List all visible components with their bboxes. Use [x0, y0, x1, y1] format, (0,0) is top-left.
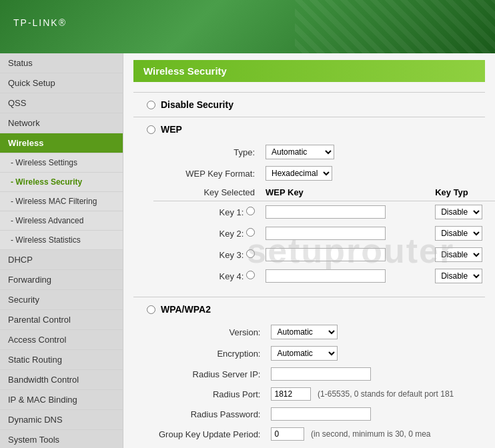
key2-radio[interactable] [246, 228, 255, 237]
sidebar-item-forwarding[interactable]: Forwarding [0, 270, 123, 290]
sidebar-item-wireless-statistics[interactable]: - Wireless Statistics [0, 231, 123, 250]
wep-key-format-row: WEP Key Format: Hexadecimal ASCII [153, 163, 495, 184]
wpa-radio[interactable] [147, 305, 155, 314]
sidebar-item-ip-mac-binding[interactable]: IP & MAC Binding [0, 390, 123, 410]
encryption-select[interactable]: Automatic TKIP AES [271, 346, 338, 361]
sidebar-item-network[interactable]: Network [0, 113, 123, 133]
disable-security-option: Disable Security [147, 99, 472, 110]
sidebar-item-system-tools[interactable]: System Tools [0, 430, 123, 448]
wep-key-format-select[interactable]: Hexadecimal ASCII [266, 166, 332, 181]
encryption-row: Encryption: Automatic TKIP AES [153, 343, 495, 364]
type-label: Type: [153, 141, 260, 163]
version-select[interactable]: Automatic WPA WPA2 [271, 325, 338, 339]
radius-ip-row: Radius Server IP: [153, 364, 495, 384]
radius-ip-input[interactable] [271, 367, 371, 381]
group-key-label: Group Key Update Period: [153, 424, 266, 444]
key4-input[interactable] [266, 269, 386, 283]
wep-keys-header: Key Selected WEP Key Key Typ [153, 184, 495, 201]
sidebar-item-wireless-mac-filtering[interactable]: - Wireless MAC Filtering [0, 192, 123, 211]
key3-input[interactable] [266, 248, 386, 261]
key2-label: Key 2: [153, 223, 260, 244]
wpa-label: WPA/WPA2 [161, 304, 211, 315]
main-layout: StatusQuick SetupQSSNetworkWireless- Wir… [0, 53, 495, 448]
logo: TP-LINK® [13, 15, 67, 39]
wpa-option: WPA/WPA2 [147, 304, 472, 315]
key1-radio[interactable] [246, 207, 255, 215]
sidebar-item-dynamic-dns[interactable]: Dynamic DNS [0, 410, 123, 430]
radius-port-label: Radius Port: [153, 384, 266, 404]
key1-input[interactable] [266, 205, 386, 219]
key3-label: Key 3: [153, 244, 260, 265]
wep-key-header: WEP Key [260, 184, 430, 201]
radius-password-input[interactable] [271, 407, 371, 421]
wep-label: WEP [161, 124, 182, 135]
sidebar-item-qss[interactable]: QSS [0, 93, 123, 113]
key2-row: Key 2: Disable 64bit 128bit [153, 223, 495, 244]
sidebar-item-access-control[interactable]: Access Control [0, 330, 123, 350]
sidebar-item-security[interactable]: Security [0, 290, 123, 310]
sidebar-item-status[interactable]: Status [0, 53, 123, 73]
key-type-header: Key Typ [430, 184, 495, 201]
key1-row: Key 1: Disable 64bit 128bit [153, 201, 495, 223]
wep-key-format-label: WEP Key Format: [153, 163, 260, 184]
disable-security-radio[interactable] [147, 101, 155, 109]
key3-type-select[interactable]: Disable 64bit 128bit [435, 247, 482, 262]
sidebar-item-dhcp[interactable]: DHCP [0, 250, 123, 270]
main-content: setuprouter Wireless Security Disable Se… [123, 53, 495, 448]
sidebar-item-wireless-settings[interactable]: - Wireless Settings [0, 153, 123, 173]
key-selected-header: Key Selected [153, 184, 260, 201]
radius-password-label: Radius Password: [153, 404, 266, 424]
key4-label: Key 4: [153, 265, 260, 287]
wpa-settings-table: Version: Automatic WPA WPA2 Encryption: … [153, 321, 495, 444]
radius-ip-label: Radius Server IP: [153, 364, 266, 384]
key2-type-select[interactable]: Disable 64bit 128bit [435, 226, 482, 241]
sidebar-item-wireless-security[interactable]: - Wireless Security [0, 173, 123, 192]
radius-port-hint: (1-65535, 0 stands for default port 181 [318, 389, 454, 399]
key1-type-select[interactable]: Disable 64bit 128bit [435, 205, 482, 219]
wep-radio[interactable] [147, 125, 155, 134]
key3-radio[interactable] [246, 249, 255, 258]
logo-text: TP-LINK [13, 17, 59, 28]
key4-type-select[interactable]: Disable 64bit 128bit [435, 269, 482, 283]
sidebar-item-parental-control[interactable]: Parental Control [0, 310, 123, 330]
trademark: ® [59, 17, 67, 28]
sidebar-item-bandwidth-control[interactable]: Bandwidth Control [0, 370, 123, 390]
group-key-input[interactable] [271, 427, 304, 441]
key3-row: Key 3: Disable 64bit 128bit [153, 244, 495, 265]
sidebar: StatusQuick SetupQSSNetworkWireless- Wir… [0, 53, 123, 448]
page-title: Wireless Security [133, 60, 485, 82]
key1-label: Key 1: [153, 201, 260, 223]
disable-security-label: Disable Security [161, 99, 233, 110]
wep-settings-table: Type: Automatic Open System Shared Key W… [153, 141, 495, 287]
type-select[interactable]: Automatic Open System Shared Key [266, 145, 334, 159]
sidebar-item-static-routing[interactable]: Static Routing [0, 350, 123, 370]
encryption-label: Encryption: [153, 343, 266, 364]
key4-radio[interactable] [246, 271, 255, 279]
type-row: Type: Automatic Open System Shared Key [153, 141, 495, 163]
radius-port-row: Radius Port: (1-65535, 0 stands for defa… [153, 384, 495, 404]
group-key-row: Group Key Update Period: (in second, min… [153, 424, 495, 444]
radius-password-row: Radius Password: [153, 404, 495, 424]
key2-input[interactable] [266, 227, 386, 240]
sidebar-item-wireless-advanced[interactable]: - Wireless Advanced [0, 211, 123, 231]
sidebar-item-wireless[interactable]: Wireless [0, 133, 123, 153]
sidebar-item-quick-setup[interactable]: Quick Setup [0, 73, 123, 93]
app-header: TP-LINK® [0, 0, 495, 53]
wep-option: WEP [147, 124, 472, 135]
version-row: Version: Automatic WPA WPA2 [153, 321, 495, 343]
version-label: Version: [153, 321, 266, 343]
key4-row: Key 4: Disable 64bit 128bit [153, 265, 495, 287]
radius-port-input[interactable] [271, 387, 311, 401]
group-key-hint: (in second, minimum is 30, 0 mea [311, 429, 430, 439]
